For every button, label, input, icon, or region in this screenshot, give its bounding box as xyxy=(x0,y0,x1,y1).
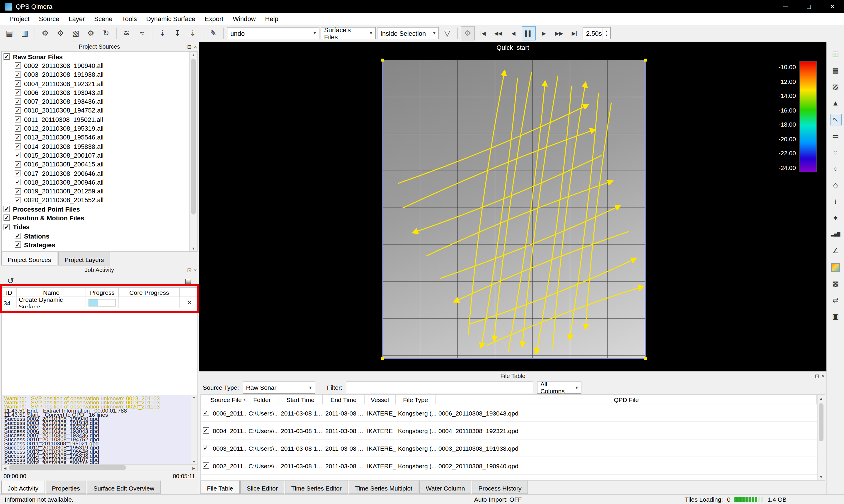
file-table-row[interactable]: ✓0004_2011...C:\Users\...2011-03-08 1...… xyxy=(201,422,817,439)
menu-export[interactable]: Export xyxy=(200,14,228,23)
checkbox[interactable]: ✓ xyxy=(202,410,209,416)
profile-tool-icon[interactable]: ≀ xyxy=(830,196,841,208)
scrollbar-thumb[interactable] xyxy=(9,465,126,470)
file-table-row[interactable]: ✓0006_2011...C:\Users\...2011-03-08 1...… xyxy=(201,404,817,422)
menu-tools[interactable]: Tools xyxy=(117,14,142,23)
tab-file-table[interactable]: File Table xyxy=(200,481,240,494)
checkbox[interactable]: ✓ xyxy=(15,98,21,105)
colormap-icon[interactable] xyxy=(830,262,841,273)
undo-jobs-icon[interactable]: ↺ xyxy=(3,274,18,288)
skip-end-button[interactable]: ▶| xyxy=(567,26,581,40)
patch-test-icon[interactable]: ⇣ xyxy=(186,26,200,40)
scroll-down-icon[interactable]: ▼ xyxy=(191,460,197,464)
checkbox[interactable]: ✓ xyxy=(202,462,209,469)
tab-project-sources[interactable]: Project Sources xyxy=(1,252,57,266)
step-back-button[interactable]: ◀ xyxy=(506,26,520,40)
tree-item-tides[interactable]: ✓Tides xyxy=(2,222,189,232)
checkbox[interactable]: ✓ xyxy=(15,107,21,114)
checkbox[interactable]: ✓ xyxy=(3,206,10,212)
scroll-down-icon[interactable]: ▼ xyxy=(190,245,197,251)
checkbox[interactable]: ✓ xyxy=(3,53,10,60)
checkbox[interactable]: ✓ xyxy=(15,197,21,203)
tree-item-0020-20110308-201552-all[interactable]: ✓0020_20110308_201552.all xyxy=(2,196,189,205)
tab-water-column[interactable]: Water Column xyxy=(419,481,471,494)
log-scrollbar[interactable]: ▲ ▼ xyxy=(191,395,197,464)
ellipse-select-icon[interactable]: ○ xyxy=(830,163,841,175)
surface-files-combo[interactable]: Surface's Files ▾ xyxy=(321,27,376,39)
source-type-combo[interactable]: Raw Sonar ▾ xyxy=(243,381,315,394)
tree-item-strategies[interactable]: ✓Strategies xyxy=(2,240,189,249)
tab-slice-editor[interactable]: Slice Editor xyxy=(240,481,284,494)
close-panel-icon[interactable]: × xyxy=(822,373,825,379)
tree-item-0011-20110308-195021-all[interactable]: ✓0011_20110308_195021.all xyxy=(2,115,189,124)
tree-item-0019-20110308-201259-all[interactable]: ✓0019_20110308_201259.all xyxy=(2,187,189,196)
box-3d-icon[interactable]: ▣ xyxy=(830,311,841,322)
menu-layer[interactable]: Layer xyxy=(64,14,89,23)
tree-item-0013-20110308-195546-all[interactable]: ✓0013_20110308_195546.all xyxy=(2,133,189,142)
tab-process-history[interactable]: Process History xyxy=(472,481,528,494)
file-column-file-type[interactable]: File Type xyxy=(396,395,436,404)
file-table-scrollbar[interactable]: ▲ ▼ xyxy=(817,395,825,480)
skip-start-button[interactable]: |◀ xyxy=(476,26,490,40)
checkbox[interactable]: ✓ xyxy=(15,71,21,78)
filter-input[interactable] xyxy=(346,381,533,393)
pointer-tool-icon[interactable]: ↖ xyxy=(830,114,841,125)
tab-project-layers[interactable]: Project Layers xyxy=(58,252,110,266)
grid-view-icon[interactable]: ▦ xyxy=(830,48,841,60)
process-gears-icon[interactable]: ⚙ xyxy=(84,26,98,40)
checkbox[interactable]: ✓ xyxy=(15,179,21,185)
tab-time-series-editor[interactable]: Time Series Editor xyxy=(285,481,348,494)
scrollbar-thumb[interactable] xyxy=(191,59,196,215)
menu-window[interactable]: Window xyxy=(228,14,260,23)
swath-editor-icon[interactable]: ≋ xyxy=(120,26,133,40)
batch-settings-icon[interactable]: ⚙ xyxy=(53,26,67,40)
tide-editor-icon[interactable]: ↧ xyxy=(170,26,185,40)
minimize-button[interactable]: ─ xyxy=(774,0,797,13)
tree-item-0017-20110308-200646-all[interactable]: ✓0017_20110308_200646.all xyxy=(2,169,189,178)
checkbox[interactable]: ✓ xyxy=(202,445,209,451)
cancel-job-icon[interactable]: ✕ xyxy=(187,299,192,306)
job-column-core-progress[interactable]: Core Progress xyxy=(119,288,180,296)
tree-item-0016-20110308-200415-all[interactable]: ✓0016_20110308_200415.all xyxy=(2,160,189,169)
checkbox[interactable]: ✓ xyxy=(15,89,21,96)
checkbox[interactable]: ✓ xyxy=(15,188,21,194)
checkbox[interactable]: ✓ xyxy=(15,125,21,131)
job-column-id[interactable]: ID xyxy=(2,288,17,296)
tree-item-0015-20110308-200107-all[interactable]: ✓0015_20110308_200107.all xyxy=(2,151,189,160)
sounding-display-icon[interactable]: ▲ xyxy=(830,97,841,109)
filter-pen-icon[interactable]: ✎ xyxy=(206,26,220,40)
fast-forward-button[interactable]: ▶▶ xyxy=(552,26,566,40)
menu-help[interactable]: Help xyxy=(260,14,283,23)
polygon-select-icon[interactable]: ◇ xyxy=(830,179,841,191)
marker-tool-icon[interactable]: ∗ xyxy=(830,212,841,224)
scroll-up-icon[interactable]: ▲ xyxy=(190,52,197,58)
menu-source[interactable]: Source xyxy=(34,14,64,23)
checkbox[interactable]: ✓ xyxy=(15,161,21,167)
menu-dynamic-surface[interactable]: Dynamic Surface xyxy=(142,14,200,23)
rect-select-icon[interactable]: ▭ xyxy=(830,130,841,142)
export-source-icon[interactable]: ▧ xyxy=(69,26,83,40)
menu-scene[interactable]: Scene xyxy=(89,14,117,23)
scroll-down-icon[interactable]: ▼ xyxy=(818,473,825,480)
tab-job-activity[interactable]: Job Activity xyxy=(1,481,45,494)
checkbox[interactable]: ✓ xyxy=(15,170,21,176)
tree-scrollbar[interactable]: ▲ ▼ xyxy=(189,52,197,251)
tree-item-0006-20110308-193043-all[interactable]: ✓0006_20110308_193043.all xyxy=(2,88,189,97)
close-button[interactable]: ✕ xyxy=(821,0,844,13)
checkbox[interactable]: ✓ xyxy=(15,134,21,141)
tree-item-0012-20110308-195319-all[interactable]: ✓0012_20110308_195319.all xyxy=(2,124,189,133)
tree-item-0003-20110308-191938-all[interactable]: ✓0003_20110308_191938.all xyxy=(2,70,189,79)
float-panel-icon[interactable]: ⊡ xyxy=(187,267,191,273)
file-column-start-time[interactable]: Start Time xyxy=(279,395,323,404)
add-processed-point-files-icon[interactable]: ▥ xyxy=(18,26,32,40)
checkbox[interactable]: ✓ xyxy=(15,116,21,123)
job-column-name[interactable]: Name xyxy=(17,288,86,296)
close-panel-icon[interactable]: × xyxy=(194,267,197,273)
surface-layers-icon[interactable]: ▤ xyxy=(830,65,841,76)
playback-speed-spinner[interactable]: 2.50s ▲▼ xyxy=(582,27,611,39)
checkbox[interactable]: ✓ xyxy=(15,62,21,69)
checkbox[interactable]: ✓ xyxy=(15,80,21,87)
spinner-arrows[interactable]: ▲▼ xyxy=(603,28,610,39)
scroll-right-icon[interactable]: ▶ xyxy=(191,465,197,471)
mesh-icon[interactable]: ▩ xyxy=(830,278,841,289)
